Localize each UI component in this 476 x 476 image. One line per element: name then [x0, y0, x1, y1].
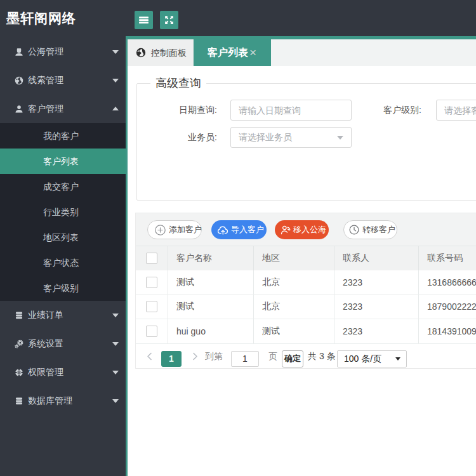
gears-icon: [15, 340, 23, 348]
salesman-select[interactable]: 请选择业务员: [230, 127, 352, 148]
sidebar-item-label: 线索管理: [28, 66, 63, 95]
confirm-page-button[interactable]: 确定: [282, 350, 303, 367]
customer-level-input[interactable]: [436, 100, 476, 121]
cell-phone: 18790022222: [418, 295, 476, 319]
pagination-bar: 1 到第 页 确定 共 3 条 100 条/页: [136, 344, 476, 369]
database-icon: [15, 397, 23, 406]
cell-name: 测试: [168, 270, 253, 294]
topbar: 墨轩阁网络: [0, 0, 476, 36]
sidebar-item-label: 公海管理: [28, 37, 63, 66]
column-header-phone: 联系号码: [418, 246, 476, 270]
chevron-up-icon: [112, 107, 119, 110]
row-checkbox[interactable]: [146, 301, 157, 312]
page-size-select[interactable]: 100 条/页: [337, 350, 407, 367]
sidebar-toggle-button[interactable]: [135, 11, 153, 29]
main-content: 控制面板 客户列表 × 高级查询 日期查询: 客户级别: 业务员: 请选择业务员: [126, 36, 476, 476]
submenu-item-region-list[interactable]: 地区列表: [0, 225, 126, 250]
cell-phone: 13168666666: [418, 270, 476, 294]
cell-phone: 18143910099: [418, 319, 476, 343]
submenu-item-customer-list[interactable]: 客户列表: [0, 149, 126, 174]
sidebar-item-public-sea[interactable]: 公海管理: [0, 37, 126, 66]
goto-page-prefix: 到第: [205, 344, 223, 369]
select-arrow-icon: [395, 357, 400, 360]
cloud-upload-icon: [217, 224, 229, 236]
submenu-item-my-customers[interactable]: 我的客户: [0, 123, 126, 149]
submenu-item-customer-level[interactable]: 客户级别: [0, 275, 126, 301]
brand-logo: 墨轩阁网络: [6, 0, 76, 36]
fullscreen-button[interactable]: [160, 11, 178, 29]
chevron-down-icon: [112, 371, 119, 374]
add-customer-button[interactable]: 添加客户: [147, 220, 202, 239]
row-checkbox[interactable]: [146, 277, 157, 288]
chevron-down-icon: [112, 399, 119, 403]
page-size-value: 100 条/页: [344, 351, 381, 367]
globe-icon: [15, 76, 23, 85]
salesman-select-placeholder: 请选择业务员: [239, 128, 292, 147]
table-row[interactable]: 测试 北京 2323 13168666666: [136, 270, 476, 295]
cell-contact: 2323: [334, 270, 418, 294]
database-icon: [15, 311, 23, 320]
tab-label: 客户列表: [208, 39, 248, 66]
tab-customer-list[interactable]: 客户列表 ×: [194, 39, 271, 66]
chevron-down-icon: [112, 79, 119, 83]
sidebar-item-system-settings[interactable]: 系统设置: [0, 329, 126, 358]
sidebar-item-orders[interactable]: 业绩订单: [0, 301, 126, 329]
sidebar-item-database[interactable]: 数据库管理: [0, 387, 126, 415]
plus-circle-icon: [155, 225, 166, 235]
column-header-name: 客户名称: [168, 246, 253, 270]
crm-app: 墨轩阁网络 公海管理 线索管理 客户管理 我的客户 客户列表 成交客户 行业类别: [0, 0, 476, 476]
chevron-down-icon: [112, 314, 119, 317]
fullscreen-icon: [164, 15, 175, 25]
customer-list-page: 高级查询 日期查询: 客户级别: 业务员: 请选择业务员 添加客户: [128, 66, 476, 476]
chevron-down-icon: [112, 342, 119, 346]
transfer-customer-button[interactable]: 转移客户: [343, 220, 397, 239]
table-toolbar: 添加客户 导入客户 移入公海 转移客户: [136, 213, 476, 246]
globe-icon: [136, 48, 146, 58]
table-header-row: 客户名称 地区 联系人 联系号码: [136, 246, 476, 270]
cell-name: hui guo: [168, 319, 253, 343]
goto-page-input[interactable]: [231, 351, 259, 367]
customers-submenu: 我的客户 客户列表 成交客户 行业类别 地区列表 客户状态 客户级别: [0, 123, 126, 301]
submenu-item-industry-category[interactable]: 行业类别: [0, 199, 126, 225]
table-row[interactable]: hui guo 测试 2323 18143910099: [136, 319, 476, 344]
column-header-region: 地区: [253, 246, 334, 270]
sidebar-item-label: 系统设置: [28, 329, 63, 358]
cell-contact: 2323: [334, 319, 418, 343]
sidebar-item-customers[interactable]: 客户管理: [0, 95, 126, 123]
date-query-label: 日期查询:: [135, 100, 217, 121]
current-page-button[interactable]: 1: [161, 351, 182, 367]
import-customer-button[interactable]: 导入客户: [211, 220, 267, 239]
select-all-checkbox[interactable]: [146, 253, 157, 264]
user-bust-icon: [15, 48, 23, 56]
submenu-item-customer-status[interactable]: 客户状态: [0, 250, 126, 275]
sidebar-item-leads[interactable]: 线索管理: [0, 66, 126, 95]
chevron-down-icon: [337, 136, 343, 140]
column-header-contact: 联系人: [334, 246, 418, 270]
next-page-button[interactable]: [190, 352, 199, 360]
cell-contact: 2323: [334, 295, 418, 319]
date-query-input[interactable]: [230, 100, 352, 121]
sidebar-item-permissions[interactable]: 权限管理: [0, 358, 126, 387]
permission-icon: [15, 368, 23, 377]
salesman-label: 业务员:: [135, 127, 217, 148]
tab-label: 控制面板: [151, 39, 187, 66]
customer-level-label: 客户级别:: [339, 100, 421, 121]
chevron-down-icon: [112, 50, 119, 54]
cell-region: 测试: [253, 319, 334, 343]
close-icon[interactable]: ×: [249, 39, 256, 66]
tab-dashboard[interactable]: 控制面板: [128, 39, 194, 66]
submenu-item-closed-customers[interactable]: 成交客户: [0, 174, 126, 199]
cell-name: 测试: [168, 295, 253, 319]
cell-region: 北京: [253, 295, 334, 319]
tabbar: 控制面板 客户列表 ×: [128, 36, 476, 66]
sidebar-item-label: 数据库管理: [28, 387, 72, 415]
sidebar: 公海管理 线索管理 客户管理 我的客户 客户列表 成交客户 行业类别 地区列表 …: [0, 36, 126, 476]
table-row[interactable]: 测试 北京 2323 18790022222: [136, 295, 476, 320]
customer-table: 客户名称 地区 联系人 联系号码 测试 北京 2323 13168666666: [136, 246, 476, 344]
move-to-public-sea-button[interactable]: 移入公海: [275, 220, 329, 239]
sidebar-item-label: 业绩订单: [28, 301, 63, 329]
user-icon: [15, 105, 23, 114]
row-checkbox[interactable]: [146, 326, 157, 337]
prev-page-button[interactable]: [145, 352, 154, 360]
sidebar-item-label: 权限管理: [28, 358, 63, 387]
